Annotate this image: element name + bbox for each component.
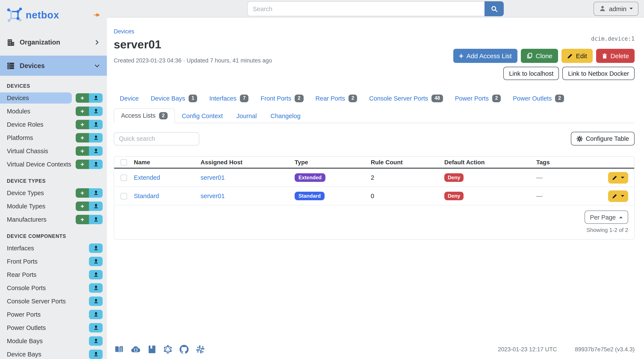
sidebar-item-link[interactable]: Power Ports <box>0 309 72 320</box>
search-button[interactable] <box>484 1 504 16</box>
import-button[interactable] <box>89 349 103 359</box>
docs-book-icon[interactable] <box>114 345 124 354</box>
tab[interactable]: Changelog <box>264 109 307 123</box>
sidebar-item-link[interactable]: Front Ports <box>0 256 72 267</box>
row-checkbox[interactable] <box>120 174 127 181</box>
tab[interactable]: Console Server Ports 48 <box>363 92 449 105</box>
sidebar-item-link[interactable]: Manufacturers <box>0 214 72 225</box>
add-button[interactable]: + <box>76 106 89 116</box>
add-button[interactable]: + <box>76 133 89 142</box>
pin-sidebar-icon[interactable] <box>93 12 100 19</box>
user-name: admin <box>609 5 626 12</box>
per-page-button[interactable]: Per Page <box>584 211 628 224</box>
graphql-icon[interactable] <box>163 345 172 354</box>
sidebar-item-link[interactable]: Modules <box>0 106 72 117</box>
api-docs-bookmark-icon[interactable] <box>148 345 156 354</box>
add-button[interactable]: + <box>76 120 89 129</box>
sidebar-item-link[interactable]: Rear Ports <box>0 269 72 280</box>
add-button[interactable]: + <box>76 215 89 224</box>
sidebar-item-buttons: + <box>75 201 103 211</box>
sidebar-item-link[interactable]: Device Roles <box>0 119 72 130</box>
sidebar-item-link[interactable]: Module Types <box>0 200 72 212</box>
column-header[interactable]: Rule Count <box>371 159 444 166</box>
import-button[interactable] <box>89 146 103 156</box>
add-button[interactable]: + <box>76 93 89 103</box>
import-button[interactable] <box>89 309 103 319</box>
sidebar-item-link[interactable]: Console Ports <box>0 282 72 293</box>
row-edit-dropdown-button[interactable] <box>608 172 628 183</box>
link-to-netbox-docker-button[interactable]: Link to Netbox Docker <box>562 67 634 80</box>
row-checkbox[interactable] <box>120 193 127 199</box>
edit-button[interactable]: Edit <box>562 49 593 63</box>
logo-text[interactable]: netbox <box>26 9 59 21</box>
sidebar-item-link[interactable]: Interfaces <box>0 242 72 253</box>
import-button[interactable] <box>89 283 103 292</box>
user-menu-button[interactable]: admin <box>594 2 638 16</box>
netbox-logo-icon[interactable] <box>7 7 22 23</box>
add-button[interactable]: + <box>76 159 89 169</box>
clone-button[interactable]: Clone <box>521 49 558 63</box>
import-button[interactable] <box>89 133 103 142</box>
import-button[interactable] <box>89 159 103 169</box>
add-access-list-button[interactable]: + Add Access List <box>453 49 517 63</box>
select-all-checkbox[interactable] <box>120 159 127 165</box>
import-button[interactable] <box>89 93 103 103</box>
sidebar-section-organization[interactable]: Organization <box>0 34 107 51</box>
rest-api-cloud-icon[interactable]: {} <box>131 345 141 354</box>
row-edit-dropdown-button[interactable] <box>608 190 628 202</box>
sidebar-item-link[interactable]: Device Types <box>0 187 72 198</box>
tab[interactable]: Access Lists 2 <box>114 108 175 123</box>
import-button[interactable] <box>89 270 103 279</box>
tab[interactable]: Device <box>114 92 145 105</box>
tab[interactable]: Power Ports 2 <box>449 92 507 105</box>
import-button[interactable] <box>89 106 103 116</box>
import-button[interactable] <box>89 201 103 211</box>
tab[interactable]: Front Ports 2 <box>255 92 310 105</box>
acl-name-link[interactable]: Extended <box>134 174 200 181</box>
tab[interactable]: Rear Ports 2 <box>310 92 363 105</box>
footer-timestamp: 2023-01-23 12:17 UTC <box>498 346 557 352</box>
tab[interactable]: Journal <box>230 109 264 123</box>
import-button[interactable] <box>89 188 103 197</box>
import-button[interactable] <box>89 243 103 253</box>
column-header[interactable]: Tags <box>536 159 600 166</box>
delete-button[interactable]: Delete <box>596 49 634 63</box>
assigned-host-link[interactable]: server01 <box>200 174 295 181</box>
sidebar-item-link[interactable]: Device Bays <box>0 348 72 359</box>
add-button[interactable]: + <box>76 146 89 156</box>
search-input[interactable] <box>247 1 484 16</box>
column-header[interactable]: Default Action <box>444 159 536 166</box>
tab[interactable]: Device Bays 1 <box>145 92 203 105</box>
import-button[interactable] <box>89 215 103 224</box>
sidebar-item-link[interactable]: Virtual Device Contexts <box>0 159 72 170</box>
sidebar-section-devices[interactable]: Devices <box>0 56 107 76</box>
import-button[interactable] <box>89 296 103 306</box>
sidebar-item-link[interactable]: Virtual Chassis <box>0 145 72 156</box>
sidebar-item-link[interactable]: Console Server Ports <box>0 295 72 306</box>
tab[interactable]: Config Context <box>175 109 230 123</box>
tab[interactable]: Interfaces 7 <box>203 92 255 105</box>
add-button[interactable]: + <box>76 201 89 211</box>
sidebar-item-link[interactable]: Devices <box>0 92 72 103</box>
column-header[interactable]: Name <box>134 159 200 166</box>
acl-name-link[interactable]: Standard <box>134 193 200 199</box>
quick-search-input[interactable] <box>114 132 199 145</box>
sidebar-item: Device Types + <box>0 186 107 199</box>
add-button[interactable]: + <box>76 188 89 197</box>
sidebar-item-link[interactable]: Power Outlets <box>0 322 72 333</box>
import-button[interactable] <box>89 256 103 266</box>
github-icon[interactable] <box>180 345 188 354</box>
assigned-host-link[interactable]: server01 <box>200 193 295 199</box>
column-header[interactable]: Type <box>295 159 371 166</box>
link-to-localhost-button[interactable]: Link to localhost <box>504 67 559 80</box>
sidebar-item-link[interactable]: Module Bays <box>0 335 72 346</box>
import-button[interactable] <box>89 336 103 345</box>
column-header[interactable]: Assigned Host <box>200 159 295 166</box>
sidebar-item-link[interactable]: Platforms <box>0 132 72 143</box>
import-button[interactable] <box>89 323 103 332</box>
configure-table-button[interactable]: Configure Table <box>571 132 634 146</box>
slack-icon[interactable] <box>196 345 205 354</box>
import-button[interactable] <box>89 120 103 129</box>
breadcrumb-devices-link[interactable]: Devices <box>114 28 134 35</box>
tab[interactable]: Power Outlets 2 <box>507 92 570 105</box>
